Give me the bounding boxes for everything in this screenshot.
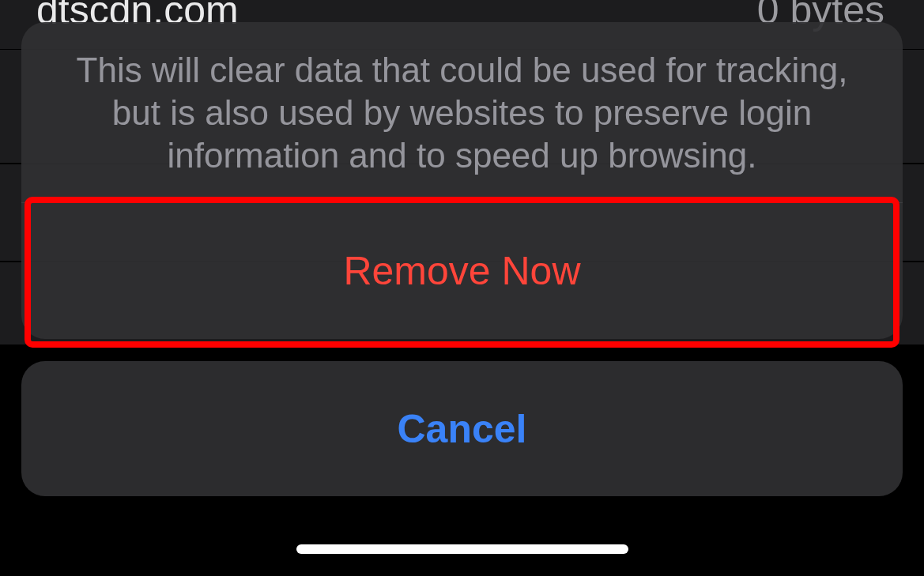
home-indicator	[296, 544, 628, 554]
action-sheet: This will clear data that could be used …	[21, 22, 903, 339]
remove-now-button[interactable]: Remove Now	[21, 203, 903, 339]
action-sheet-message: This will clear data that could be used …	[21, 22, 903, 202]
cancel-button[interactable]: Cancel	[21, 361, 903, 496]
